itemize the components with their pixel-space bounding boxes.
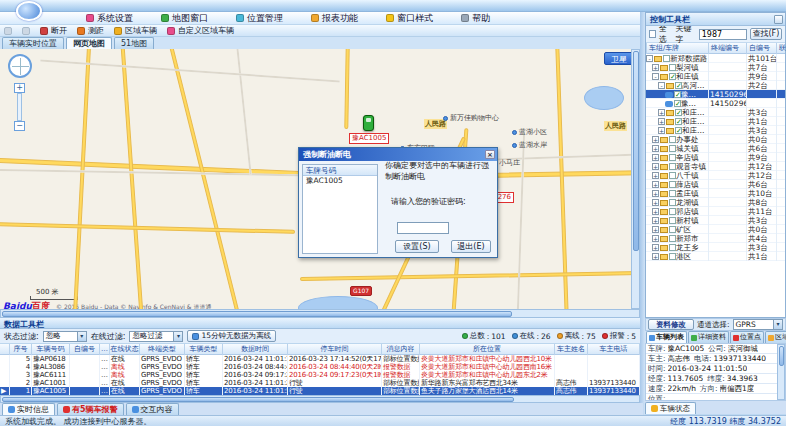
tree-checkbox[interactable] bbox=[669, 208, 676, 215]
collapse-icon[interactable]: - bbox=[658, 82, 665, 89]
sidebar-collapse-button[interactable] bbox=[774, 15, 783, 24]
tree-row[interactable]: +矿区共0台 bbox=[646, 225, 785, 234]
online-filter-dropdown[interactable]: 忽略过滤▾ bbox=[129, 331, 183, 342]
toolbar-item-3[interactable]: 自定义区域车辆 bbox=[167, 25, 234, 36]
tree-row[interactable]: +新郑市共4台 bbox=[646, 234, 785, 243]
tree-row[interactable]: ✓豫…14150296… bbox=[646, 99, 785, 108]
map-tab-1[interactable]: 网页地图 bbox=[66, 37, 112, 49]
expand-icon[interactable]: + bbox=[652, 208, 659, 215]
tree-row[interactable]: +新村镇共3台 bbox=[646, 216, 785, 225]
select-all-checkbox[interactable] bbox=[649, 30, 656, 38]
map-vertical-scrollbar[interactable] bbox=[631, 49, 640, 309]
expand-icon[interactable]: + bbox=[652, 235, 659, 242]
tree-row[interactable]: +龙王乡共3台 bbox=[646, 243, 785, 252]
menu-item-0[interactable]: 系统设置 bbox=[86, 12, 133, 25]
expand-icon[interactable]: + bbox=[652, 253, 659, 260]
zoom-track[interactable] bbox=[17, 93, 22, 121]
tree-row[interactable]: +薛店镇共6台 bbox=[646, 180, 785, 189]
tree-row[interactable]: -新郑数据路共101台 bbox=[646, 54, 785, 63]
tree-row[interactable]: -✓高河…共2台 bbox=[646, 81, 785, 90]
details-vertical-scrollbar[interactable] bbox=[777, 344, 785, 400]
table-column-header[interactable] bbox=[0, 344, 10, 355]
tree-checkbox[interactable] bbox=[669, 145, 676, 152]
expand-icon[interactable]: + bbox=[658, 127, 665, 134]
tree-checkbox[interactable] bbox=[669, 181, 676, 188]
tree-row[interactable]: +孟庄镇共10台 bbox=[646, 189, 785, 198]
bottom-tab-1[interactable]: 有5辆车报警 bbox=[57, 403, 124, 415]
tree-row[interactable]: +✓和庄…共3台 bbox=[646, 108, 785, 117]
expand-icon[interactable]: + bbox=[652, 181, 659, 188]
status-filter-dropdown[interactable]: 忽略▾ bbox=[43, 331, 87, 342]
map-zoom-slider[interactable]: + − bbox=[14, 83, 25, 131]
password-input[interactable] bbox=[397, 222, 449, 234]
keyword-input[interactable] bbox=[699, 29, 747, 40]
tree-checkbox[interactable]: ✓ bbox=[675, 109, 682, 116]
tree-row[interactable]: ✓豫…14150296… bbox=[646, 90, 785, 99]
tree-checkbox[interactable] bbox=[669, 190, 676, 197]
expand-icon[interactable]: + bbox=[652, 136, 659, 143]
expand-icon[interactable]: + bbox=[652, 199, 659, 206]
zoom-out-icon[interactable]: − bbox=[14, 121, 25, 131]
details-tab-2[interactable]: 位置点 bbox=[730, 331, 764, 343]
collapse-icon[interactable]: - bbox=[646, 55, 653, 62]
tree-checkbox[interactable] bbox=[669, 226, 676, 233]
tree-row[interactable]: +观音寺镇共12台 bbox=[646, 162, 785, 171]
channel-dropdown[interactable]: GPRS▾ bbox=[733, 319, 783, 330]
table-column-header[interactable]: 自编号 bbox=[70, 344, 100, 355]
table-row[interactable]: 5豫AP0618…在线GPRS_EVDO轿车2016-03-24 11:01:3… bbox=[0, 355, 640, 363]
table-column-header[interactable]: 停车时间 bbox=[288, 344, 382, 355]
tree-checkbox[interactable] bbox=[663, 55, 670, 62]
table-row[interactable]: 2豫AC1001…在线GPRS_EVDO轿车2016-03-24 11:01:2… bbox=[0, 379, 640, 387]
table-column-header[interactable]: 在线状态 bbox=[110, 344, 140, 355]
expand-icon[interactable]: + bbox=[658, 109, 665, 116]
map-horizontal-scrollbar[interactable] bbox=[0, 309, 640, 318]
collapse-icon[interactable]: - bbox=[652, 73, 659, 80]
map-tab-2[interactable]: 51地图 bbox=[114, 37, 154, 49]
tree-row[interactable]: -✓和庄镇共9台 bbox=[646, 72, 785, 81]
tree-checkbox[interactable] bbox=[669, 136, 676, 143]
tree-row[interactable]: +办事处共0台 bbox=[646, 135, 785, 144]
table-column-header[interactable]: 数据时间 bbox=[223, 344, 288, 355]
tree-row[interactable]: +港区共1台 bbox=[646, 252, 785, 261]
details-tab-3[interactable]: 区域 bbox=[765, 331, 786, 343]
expand-icon[interactable]: + bbox=[652, 64, 659, 71]
tree-checkbox[interactable] bbox=[669, 154, 676, 161]
expand-icon[interactable]: + bbox=[652, 154, 659, 161]
table-column-header[interactable]: 车主电话 bbox=[588, 344, 640, 355]
details-tab-1[interactable]: 详细资料 bbox=[688, 331, 729, 343]
vehicle-marker-icon[interactable] bbox=[363, 115, 374, 131]
table-column-header[interactable]: 车主姓名 bbox=[555, 344, 588, 355]
tree-checkbox[interactable] bbox=[669, 253, 676, 260]
tree-row[interactable]: +✓和庄…共1台 bbox=[646, 117, 785, 126]
table-column-header[interactable]: 所在位置 bbox=[420, 344, 555, 355]
tree-checkbox[interactable] bbox=[669, 64, 676, 71]
table-column-header[interactable]: 终端类型 bbox=[140, 344, 185, 355]
set-button[interactable]: 设置(S) bbox=[395, 240, 439, 253]
table-column-header[interactable]: 车辆号码 bbox=[32, 344, 70, 355]
table-column-header[interactable]: … bbox=[100, 344, 110, 355]
tree-row[interactable]: +八千镇共12台 bbox=[646, 171, 785, 180]
tree-checkbox[interactable] bbox=[669, 217, 676, 224]
tree-row[interactable]: +辛店镇共9台 bbox=[646, 153, 785, 162]
tree-row[interactable]: +梨河镇共7台 bbox=[646, 63, 785, 72]
tree-checkbox[interactable]: ✓ bbox=[675, 127, 682, 134]
vehicle-marker-label[interactable]: 豫AC1005 bbox=[349, 133, 389, 144]
menu-item-3[interactable]: 报表功能 bbox=[311, 12, 358, 25]
bottom-tab-2[interactable]: 交互内容 bbox=[126, 403, 179, 415]
table-row[interactable]: 3豫AC6111…离线GPRS_EVDO轿车2016-03-24 09:17:2… bbox=[0, 371, 640, 379]
list-item[interactable]: 豫AC1005 bbox=[303, 176, 377, 186]
menu-item-5[interactable]: 帮助 bbox=[461, 12, 490, 25]
expand-icon[interactable]: + bbox=[652, 145, 659, 152]
edit-info-button[interactable]: 资料修改 bbox=[648, 319, 694, 330]
expand-icon[interactable]: + bbox=[652, 244, 659, 251]
table-horizontal-scrollbar[interactable] bbox=[0, 395, 640, 403]
tree-checkbox[interactable]: ✓ bbox=[674, 100, 681, 107]
expand-icon[interactable]: + bbox=[652, 172, 659, 179]
offline-rule-button[interactable]: 15分钟无数据为离线 bbox=[187, 330, 276, 342]
details-tab-0[interactable]: 车辆列表 bbox=[646, 331, 687, 343]
tree-checkbox[interactable]: ✓ bbox=[675, 118, 682, 125]
find-button[interactable]: 查找(F) bbox=[750, 28, 782, 40]
tree-row[interactable]: +城关镇共6台 bbox=[646, 144, 785, 153]
exit-button[interactable]: 退出(E) bbox=[451, 240, 491, 253]
table-column-header[interactable]: 消息内容 bbox=[382, 344, 420, 355]
